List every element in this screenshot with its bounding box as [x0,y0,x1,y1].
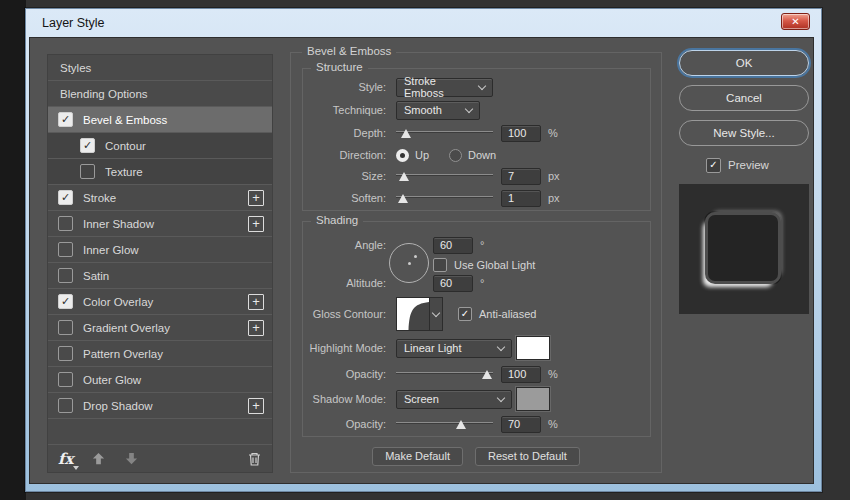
soften-input[interactable]: 1 [501,190,541,207]
sidebar-item-stroke[interactable]: ✓ Stroke + [48,185,272,211]
technique-dropdown[interactable]: Smooth [396,101,480,120]
anti-aliased-checkbox[interactable]: ✓ [458,307,472,321]
close-button[interactable]: ✕ [781,13,810,30]
checkbox-unchecked-icon[interactable] [58,398,73,413]
checkbox-unchecked-icon[interactable] [80,164,95,179]
global-light-row: Use Global Light [433,255,644,275]
checkbox-unchecked-icon[interactable] [58,320,73,335]
checkbox-checked-icon[interactable]: ✓ [80,138,95,153]
depth-slider[interactable] [396,126,493,140]
checkbox-unchecked-icon[interactable] [58,242,73,257]
delete-effect-icon[interactable] [247,451,262,467]
move-effect-up-icon[interactable] [91,451,106,466]
sidebar-item-blending-options[interactable]: Blending Options [48,81,272,107]
checkbox-unchecked-icon[interactable] [58,268,73,283]
style-preview-thumbnail [679,184,809,314]
shadow-opacity-input[interactable]: 70 [501,416,541,433]
chevron-down-icon [497,393,505,401]
ok-button[interactable]: OK [679,50,809,76]
sidebar-item-pattern-overlay[interactable]: Pattern Overlay [48,341,272,367]
chevron-down-icon [497,342,505,350]
depth-input[interactable]: 100 [501,125,541,142]
altitude-input[interactable]: 60 [433,275,473,292]
bevel-emboss-panel: Bevel & Emboss Structure Style: Stroke E… [290,52,662,473]
angle-input[interactable]: 60 [433,237,473,254]
panel-title: Bevel & Emboss [302,45,396,57]
shadow-color-swatch[interactable] [516,387,550,411]
sidebar-item-bevel-emboss[interactable]: ✓ Bevel & Emboss [48,107,272,133]
sidebar-item-texture[interactable]: Texture [48,159,272,185]
direction-down-radio[interactable] [449,149,462,162]
soften-slider[interactable] [396,191,493,205]
technique-row: Technique: Smooth [303,100,644,120]
size-input[interactable]: 7 [501,168,541,185]
direction-up-radio[interactable] [396,149,409,162]
sidebar-item-color-overlay[interactable]: ✓ Color Overlay + [48,289,272,315]
add-effect-icon[interactable]: + [248,190,264,206]
style-dropdown[interactable]: Stroke Emboss [396,78,493,97]
gloss-contour-thumbnail[interactable] [396,297,430,331]
sidebar-item-inner-glow[interactable]: Inner Glow [48,237,272,263]
chevron-down-icon [432,309,440,317]
use-global-light-checkbox[interactable] [433,258,447,272]
highlight-opacity-slider[interactable] [396,367,493,381]
workspace-left-strip [0,0,26,500]
altitude-row: Altitude: 60 ° [303,273,644,293]
checkbox-unchecked-icon[interactable] [58,346,73,361]
checkbox-checked-icon[interactable]: ✓ [58,294,73,309]
dial-center-dot [408,262,411,265]
beveled-square-preview [705,212,781,284]
add-effect-icon[interactable]: + [248,294,264,310]
checkbox-checked-icon[interactable]: ✓ [58,190,73,205]
gloss-contour-dropdown[interactable] [430,297,443,331]
dialog-titlebar[interactable]: Layer Style ✕ [29,9,814,37]
chevron-down-icon [478,81,486,89]
sidebar-item-gradient-overlay[interactable]: Gradient Overlay + [48,315,272,341]
highlight-opacity-row: Opacity: 100 % [303,364,644,384]
make-default-button[interactable]: Make Default [372,447,463,466]
highlight-opacity-input[interactable]: 100 [501,366,541,383]
group-title: Structure [311,61,368,73]
sidebar-item-inner-shadow[interactable]: Inner Shadow + [48,211,272,237]
direction-row: Direction: Up Down [303,145,644,165]
soften-row: Soften: 1 px [303,188,644,208]
close-icon: ✕ [791,16,799,27]
reset-to-default-button[interactable]: Reset to Default [475,447,580,466]
effects-toolbar: fx [48,445,272,472]
dialog-actions: OK Cancel New Style... ✓ Preview [679,50,809,314]
checkbox-unchecked-icon[interactable] [58,216,73,231]
move-effect-down-icon[interactable] [124,451,139,466]
add-effect-icon[interactable]: + [248,320,264,336]
dialog-title: Layer Style [42,9,105,37]
angle-row: Angle: 60 ° [303,235,644,255]
sidebar-item-contour[interactable]: ✓ Contour [48,133,272,159]
sidebar-item-outer-glow[interactable]: Outer Glow [48,367,272,393]
checkbox-checked-icon[interactable]: ✓ [58,112,73,127]
depth-row: Depth: 100 % [303,123,644,143]
checkbox-unchecked-icon[interactable] [58,372,73,387]
cancel-button[interactable]: Cancel [679,85,809,111]
shadow-opacity-slider[interactable] [396,417,493,431]
chevron-down-icon [465,104,473,112]
preview-checkbox[interactable]: ✓ [706,158,721,173]
add-effect-icon[interactable]: + [248,398,264,414]
sidebar-item-drop-shadow[interactable]: Drop Shadow + [48,393,272,419]
style-row: Style: Stroke Emboss [303,77,644,97]
shadow-mode-row: Shadow Mode: Screen [303,386,644,412]
gloss-contour-row: Gloss Contour: ✓ Anti-aliased [303,296,644,332]
highlight-mode-dropdown[interactable]: Linear Light [396,339,512,358]
size-slider[interactable] [396,169,493,183]
sidebar-item-satin[interactable]: Satin [48,263,272,289]
add-effect-icon[interactable]: + [248,216,264,232]
shadow-mode-dropdown[interactable]: Screen [396,390,512,409]
fx-menu-icon[interactable]: fx [58,450,73,468]
highlight-mode-row: Highlight Mode: Linear Light [303,335,644,361]
sidebar-item-styles[interactable]: Styles [48,55,272,81]
defaults-button-row: Make Default Reset to Default [291,447,661,466]
highlight-color-swatch[interactable] [516,336,550,360]
size-row: Size: 7 px [303,166,644,186]
new-style-button[interactable]: New Style... [679,120,809,146]
structure-group: Structure Style: Stroke Emboss Technique… [302,68,651,211]
preview-toggle-row: ✓ Preview [706,156,809,174]
group-title: Shading [311,214,363,226]
